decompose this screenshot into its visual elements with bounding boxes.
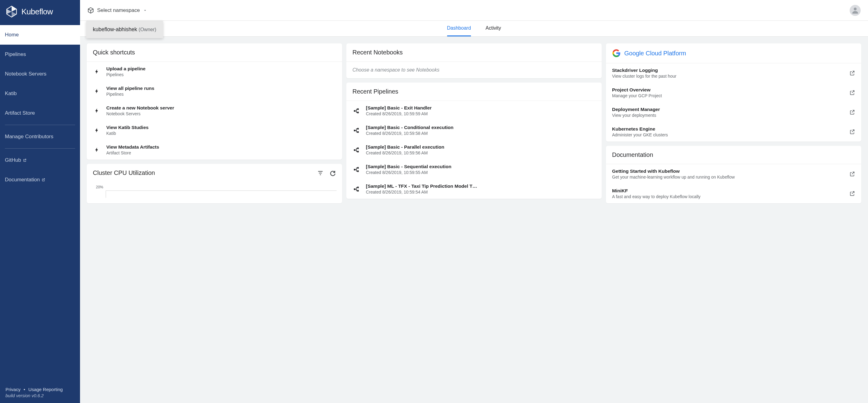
avatar[interactable] xyxy=(850,5,861,16)
svg-rect-9 xyxy=(357,128,359,129)
kubeflow-icon xyxy=(5,5,18,18)
namespace-selector[interactable]: Select namespace xyxy=(87,7,147,14)
quick-shortcuts-title: Quick shortcuts xyxy=(87,44,342,62)
gcp-project-overview[interactable]: Project OverviewManage your GCP Project xyxy=(606,83,861,103)
bolt-icon xyxy=(94,108,99,114)
sidebar-footer: Privacy • Usage Reporting build version … xyxy=(0,382,80,403)
recent-pipelines-list: [Sample] Basic - Exit HandlerCreated 8/2… xyxy=(346,101,602,199)
external-link-icon xyxy=(41,178,45,182)
recent-pipelines-title: Recent Pipelines xyxy=(346,83,602,101)
privacy-link[interactable]: Privacy xyxy=(5,387,21,392)
nav-manage-contributors[interactable]: Manage Contributors xyxy=(0,127,80,146)
quick-shortcuts-card: Quick shortcuts Upload a pipelinePipelin… xyxy=(87,44,342,160)
pipeline-icon xyxy=(353,186,360,192)
svg-rect-19 xyxy=(357,190,359,192)
nav-documentation[interactable]: Documentation xyxy=(0,170,80,190)
pipeline-item[interactable]: [Sample] Basic - Sequential executionCre… xyxy=(346,160,602,179)
bolt-icon xyxy=(94,68,99,75)
nav-notebook-servers[interactable]: Notebook Servers xyxy=(0,64,80,84)
bolt-icon xyxy=(94,127,99,133)
namespace-dropdown[interactable]: kubeflow-abhishek (Owner) xyxy=(86,21,163,38)
dashboard-content: Quick shortcuts Upload a pipelinePipelin… xyxy=(80,37,868,403)
svg-rect-13 xyxy=(357,151,359,152)
documentation-card: Documentation Getting Started with Kubef… xyxy=(606,146,861,203)
nav-divider xyxy=(5,125,75,125)
cpu-card: Cluster CPU Utilization 20% xyxy=(87,164,342,203)
person-icon xyxy=(851,6,860,15)
documentation-title: Documentation xyxy=(606,146,861,164)
svg-rect-11 xyxy=(354,149,355,151)
svg-rect-15 xyxy=(357,167,359,169)
recent-notebooks-title: Recent Notebooks xyxy=(346,44,602,62)
refresh-icon[interactable] xyxy=(329,170,336,176)
nav-home[interactable]: Home xyxy=(0,25,80,45)
pipeline-item[interactable]: [Sample] Basic - Exit HandlerCreated 8/2… xyxy=(346,101,602,120)
shortcut-katib-studies[interactable]: View Katib StudiesKatib xyxy=(87,120,342,140)
build-version: build version v0.6.2 xyxy=(5,393,74,398)
svg-point-4 xyxy=(854,7,857,10)
svg-marker-1 xyxy=(11,6,17,11)
svg-rect-8 xyxy=(354,129,355,131)
pipeline-item[interactable]: [Sample] Basic - Parallel executionCreat… xyxy=(346,140,602,160)
tab-activity[interactable]: Activity xyxy=(486,21,501,36)
brand-text: Kubeflow xyxy=(21,7,53,17)
bolt-icon xyxy=(94,147,99,153)
nav-pipelines[interactable]: Pipelines xyxy=(0,45,80,64)
doc-getting-started[interactable]: Getting Started with KubeflowGet your ma… xyxy=(606,164,861,184)
box-icon xyxy=(87,7,94,14)
cpu-tick-20: 20% xyxy=(92,184,337,191)
gcp-icon xyxy=(612,49,621,57)
gcp-list: Stackdriver LoggingView cluster logs for… xyxy=(606,63,861,142)
usage-reporting-link[interactable]: Usage Reporting xyxy=(28,387,63,392)
tab-dashboard[interactable]: Dashboard xyxy=(447,21,471,36)
svg-rect-12 xyxy=(357,148,359,149)
gcp-stackdriver[interactable]: Stackdriver LoggingView cluster logs for… xyxy=(606,63,861,83)
gcp-card: Google Cloud Platform Stackdriver Loggin… xyxy=(606,44,861,142)
open-in-new-icon xyxy=(849,70,855,76)
shortcut-view-runs[interactable]: View all pipeline runsPipelines xyxy=(87,81,342,101)
svg-rect-10 xyxy=(357,131,359,133)
pipeline-item[interactable]: [Sample] Basic - Conditional executionCr… xyxy=(346,120,602,140)
shortcut-new-notebook[interactable]: Create a new Notebook serverNotebook Ser… xyxy=(87,101,342,120)
pipeline-icon xyxy=(353,108,360,114)
nav-katib[interactable]: Katib xyxy=(0,84,80,103)
namespace-dropdown-name: kubeflow-abhishek xyxy=(93,26,137,32)
svg-rect-6 xyxy=(357,109,359,110)
nav: Home Pipelines Notebook Servers Katib Ar… xyxy=(0,25,80,382)
svg-rect-16 xyxy=(357,170,359,172)
gcp-kubernetes-engine[interactable]: Kubernetes EngineAdminister your GKE clu… xyxy=(606,122,861,142)
cpu-chart: 20% xyxy=(87,182,342,203)
nav-artifact-store[interactable]: Artifact Store xyxy=(0,103,80,123)
external-link-icon xyxy=(23,159,27,162)
recent-notebooks-empty: Choose a namespace to see Notebooks xyxy=(346,62,602,78)
svg-rect-17 xyxy=(354,189,355,190)
open-in-new-icon xyxy=(849,129,855,135)
gcp-card-header: Google Cloud Platform xyxy=(606,44,861,63)
pipeline-item[interactable]: [Sample] ML - TFX - Taxi Tip Prediction … xyxy=(346,179,602,199)
documentation-list: Getting Started with KubeflowGet your ma… xyxy=(606,164,861,203)
quick-shortcuts-list: Upload a pipelinePipelines View all pipe… xyxy=(87,62,342,160)
svg-rect-18 xyxy=(357,187,359,189)
svg-marker-3 xyxy=(11,11,17,17)
namespace-label: Select namespace xyxy=(97,7,140,13)
shortcut-metadata-artifacts[interactable]: View Metadata ArtifactsArtifact Store xyxy=(87,140,342,160)
open-in-new-icon xyxy=(849,191,855,197)
sidebar: Kubeflow Home Pipelines Notebook Servers… xyxy=(0,0,80,403)
svg-rect-7 xyxy=(357,112,359,113)
doc-minikf[interactable]: MiniKFA fast and easy way to deploy Kube… xyxy=(606,184,861,203)
nav-divider xyxy=(5,148,75,149)
cpu-card-title: Cluster CPU Utilization xyxy=(93,169,155,176)
open-in-new-icon xyxy=(849,90,855,96)
svg-rect-14 xyxy=(354,169,355,170)
bolt-icon xyxy=(94,88,99,94)
main: Select namespace kubeflow-abhishek (Owne… xyxy=(80,0,868,403)
recent-pipelines-card: Recent Pipelines [Sample] Basic - Exit H… xyxy=(346,83,602,199)
pipeline-icon xyxy=(353,147,360,153)
nav-github[interactable]: GitHub xyxy=(0,150,80,170)
brand-logo[interactable]: Kubeflow xyxy=(0,0,80,25)
svg-marker-2 xyxy=(7,9,11,14)
filter-icon[interactable] xyxy=(317,170,324,176)
shortcut-upload-pipeline[interactable]: Upload a pipelinePipelines xyxy=(87,62,342,81)
gcp-deployment-manager[interactable]: Deployment ManagerView your deployments xyxy=(606,103,861,122)
svg-rect-5 xyxy=(354,110,355,112)
